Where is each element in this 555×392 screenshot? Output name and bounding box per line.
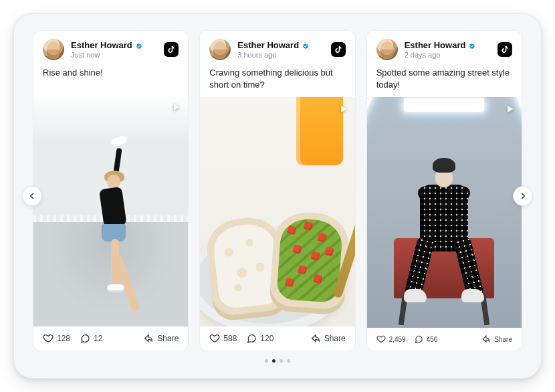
timestamp: Just now (71, 51, 157, 59)
carousel-dot[interactable] (287, 359, 290, 363)
share-button[interactable]: Share (481, 334, 512, 344)
post-media[interactable] (200, 97, 354, 326)
username[interactable]: Esther Howard (237, 40, 299, 50)
post-caption: Spotted some amazing street style today! (367, 66, 522, 97)
post-caption: Craving something delicious but short on… (200, 66, 354, 97)
play-icon[interactable] (503, 102, 516, 116)
post-header: Esther Howard 2 days ago (367, 31, 522, 66)
avatar[interactable] (209, 39, 231, 60)
carousel-prev-button[interactable] (22, 186, 42, 206)
like-count: 2,459 (389, 336, 406, 343)
post-footer: 2,459 456 Share (367, 328, 522, 351)
post-footer: 128 12 Share (33, 326, 188, 351)
timestamp: 2 days ago (405, 51, 491, 59)
comment-button[interactable]: 456 (414, 334, 438, 344)
carousel-dot[interactable] (265, 359, 268, 363)
like-button[interactable]: 588 (209, 333, 237, 344)
username[interactable]: Esther Howard (405, 40, 466, 50)
comment-count: 12 (94, 334, 102, 343)
comment-button[interactable]: 120 (246, 333, 273, 344)
post-media[interactable] (367, 97, 522, 328)
post-card: Esther Howard Just now Rise and shine! (33, 30, 189, 351)
verified-badge-icon (302, 41, 310, 50)
tiktok-icon (497, 42, 512, 57)
device-frame: Esther Howard Just now Rise and shine! (13, 13, 542, 379)
tiktok-icon (164, 42, 179, 57)
post-header: Esther Howard 3 hours ago (200, 31, 354, 66)
share-label: Share (494, 336, 512, 343)
post-media[interactable] (33, 95, 188, 326)
user-block: Esther Howard 3 hours ago (237, 40, 324, 59)
verified-badge-icon (135, 41, 143, 50)
share-button[interactable]: Share (143, 333, 179, 344)
chevron-left-icon (27, 191, 37, 201)
verified-badge-icon (468, 41, 476, 50)
like-count: 128 (57, 334, 70, 343)
carousel-dot[interactable] (272, 359, 275, 363)
user-block: Esther Howard 2 days ago (405, 40, 491, 59)
comment-count: 456 (427, 336, 438, 343)
post-footer: 588 120 Share (200, 326, 354, 351)
comment-button[interactable]: 12 (80, 333, 102, 344)
post-card: Esther Howard 2 days ago Spotted some am… (366, 30, 522, 351)
post-carousel: Esther Howard Just now Rise and shine! (33, 30, 522, 351)
share-label: Share (324, 334, 346, 343)
post-header: Esther Howard Just now (33, 31, 188, 66)
carousel-dot[interactable] (280, 359, 283, 363)
share-button[interactable]: Share (310, 333, 346, 344)
avatar[interactable] (376, 39, 398, 60)
chevron-right-icon (518, 191, 528, 201)
username[interactable]: Esther Howard (71, 40, 132, 50)
share-label: Share (157, 334, 179, 343)
like-button[interactable]: 2,459 (376, 334, 406, 344)
tiktok-icon (331, 42, 346, 57)
play-icon[interactable] (169, 100, 183, 114)
comment-count: 120 (260, 334, 273, 343)
timestamp: 3 hours ago (237, 51, 324, 59)
carousel-dots (33, 359, 522, 363)
carousel-next-button[interactable] (513, 186, 533, 206)
user-block: Esther Howard Just now (71, 40, 157, 59)
like-button[interactable]: 128 (43, 333, 70, 344)
play-icon[interactable] (336, 102, 350, 116)
like-count: 588 (223, 334, 237, 343)
post-card: Esther Howard 3 hours ago Craving someth… (199, 30, 355, 351)
avatar[interactable] (43, 39, 64, 60)
post-caption: Rise and shine! (33, 66, 188, 95)
